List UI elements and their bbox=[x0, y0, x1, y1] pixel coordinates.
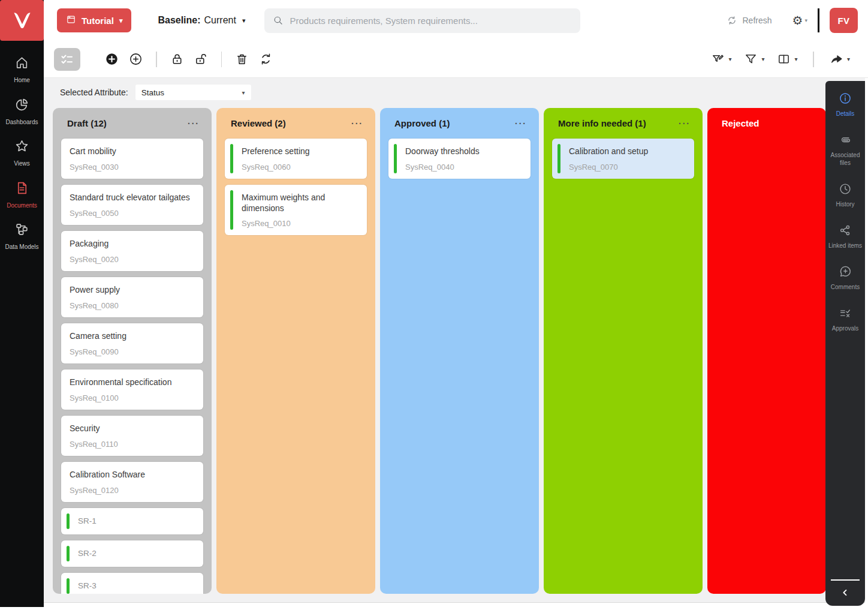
lock-icon bbox=[170, 52, 184, 66]
board-content: Selected Attribute: Status ▾ Draft (12) … bbox=[44, 78, 865, 603]
kanban-card[interactable]: Camera setting SysReq_0090 bbox=[61, 323, 203, 363]
user-avatar[interactable]: FV bbox=[830, 8, 858, 33]
status-bar bbox=[67, 513, 70, 529]
kanban-card[interactable]: Environmental specification SysReq_0100 bbox=[61, 369, 203, 410]
panel-tab-details[interactable]: Details bbox=[825, 92, 865, 118]
panel-tab-comments[interactable]: Comments bbox=[825, 265, 865, 291]
document-toolbar: ▾▾▾▾ bbox=[44, 41, 868, 78]
panel-tab-history[interactable]: History bbox=[825, 182, 865, 208]
columns-button[interactable]: ▾ bbox=[777, 52, 797, 66]
card-id: SysReq_0040 bbox=[405, 163, 522, 172]
approvals-icon bbox=[839, 306, 852, 320]
column-cards bbox=[707, 131, 826, 594]
app-window: Home Dashboards Views Documents Data Mod… bbox=[0, 0, 868, 610]
kanban-card[interactable]: Standard truck elevator tailgates SysReq… bbox=[61, 185, 203, 225]
panel-tab-associated-files[interactable]: Associated files bbox=[825, 133, 865, 167]
caret-down-icon: ▾ bbox=[804, 17, 807, 23]
column-menu-icon[interactable]: ··· bbox=[188, 119, 200, 128]
status-bar bbox=[230, 190, 233, 230]
kanban-column: Approved (1) ··· Doorway thresholds SysR… bbox=[380, 108, 539, 594]
delete-button[interactable] bbox=[235, 52, 249, 66]
refresh-label: Refresh bbox=[743, 16, 772, 25]
kanban-card[interactable]: Cart mobility SysReq_0030 bbox=[61, 139, 203, 179]
sidebar-item-label: Home bbox=[14, 77, 30, 84]
baseline-selector[interactable]: Baseline: Current ▾ bbox=[158, 15, 245, 26]
column-header: Approved (1) ··· bbox=[380, 108, 539, 131]
toolbar-divider bbox=[813, 52, 814, 67]
collapse-panel-button[interactable] bbox=[825, 579, 865, 606]
column-menu-icon[interactable]: ··· bbox=[515, 119, 527, 128]
sidebar-item-documents[interactable]: Documents bbox=[0, 181, 44, 209]
attribute-selector-row: Selected Attribute: Status ▾ bbox=[60, 85, 865, 100]
caret-down-icon: ▾ bbox=[847, 56, 850, 62]
kanban-card[interactable]: Power supply SysReq_0080 bbox=[61, 277, 203, 317]
sidebar-item-label: Data Models bbox=[5, 244, 38, 251]
sidebar-item-views[interactable]: Views bbox=[0, 139, 44, 167]
global-search[interactable] bbox=[264, 8, 580, 33]
refresh-button[interactable]: Refresh bbox=[727, 15, 772, 26]
column-title: More info needed (1) bbox=[558, 118, 646, 128]
kanban-card[interactable]: Calibration Software SysReq_0120 bbox=[61, 462, 203, 502]
panel-tab-label: Associated files bbox=[825, 151, 865, 167]
card-title: Environmental specification bbox=[70, 377, 195, 388]
sidebar-item-dashboards[interactable]: Dashboards bbox=[0, 97, 44, 126]
selected-attribute-value: Status bbox=[141, 88, 164, 97]
panel-tab-label: Details bbox=[836, 110, 855, 118]
filter-edit-button[interactable]: ▾ bbox=[711, 52, 731, 66]
column-header: Rejected ··· bbox=[707, 108, 826, 131]
column-cards: Doorway thresholds SysReq_0040 bbox=[380, 131, 539, 594]
restore-button[interactable] bbox=[259, 52, 273, 66]
kanban-card[interactable]: SR-1 bbox=[61, 508, 203, 534]
app-logo[interactable] bbox=[0, 0, 44, 41]
add-outline-icon bbox=[129, 52, 143, 66]
column-menu-icon[interactable]: ··· bbox=[679, 119, 691, 128]
card-title: SR-1 bbox=[78, 516, 195, 527]
kanban-card[interactable]: Preference setting SysReq_0060 bbox=[225, 139, 367, 179]
caret-down-icon: ▾ bbox=[242, 89, 245, 96]
card-title: Calibration and setup bbox=[569, 146, 686, 157]
caret-down-icon: ▾ bbox=[728, 56, 731, 62]
add-filled-button[interactable] bbox=[105, 52, 119, 66]
panel-tab-approvals[interactable]: Approvals bbox=[825, 306, 865, 332]
unlock-button[interactable] bbox=[194, 52, 208, 66]
sidebar-item-home[interactable]: Home bbox=[0, 55, 44, 84]
kanban-card[interactable]: SR-3 bbox=[61, 573, 203, 594]
project-name: Tutorial bbox=[82, 16, 114, 26]
status-bar bbox=[557, 144, 560, 173]
settings-button[interactable]: ⚙ ▾ bbox=[792, 14, 807, 26]
kanban-card[interactable]: SR-2 bbox=[61, 540, 203, 567]
top-header: Tutorial ▾ Baseline: Current ▾ Refresh ⚙… bbox=[44, 0, 868, 41]
chevron-left-icon bbox=[840, 587, 851, 598]
filter-button[interactable]: ▾ bbox=[744, 52, 764, 66]
kanban-card[interactable]: Security SysReq_0110 bbox=[61, 416, 203, 456]
column-menu-icon[interactable]: ··· bbox=[351, 119, 363, 128]
column-title: Approved (1) bbox=[394, 118, 450, 128]
kanban-column: More info needed (1) ··· Calibration and… bbox=[544, 108, 703, 594]
search-input[interactable] bbox=[290, 16, 572, 26]
selected-attribute-dropdown[interactable]: Status ▾ bbox=[135, 85, 251, 100]
panel-tab-linked-items[interactable]: Linked items bbox=[825, 224, 865, 250]
toolbar-divider bbox=[156, 52, 157, 67]
column-cards: Cart mobility SysReq_0030 Standard truck… bbox=[53, 131, 212, 594]
project-selector-button[interactable]: Tutorial ▾ bbox=[57, 8, 131, 32]
kanban-card[interactable]: Maximum weights and dimensions SysReq_00… bbox=[225, 185, 367, 235]
toolbar-left-group bbox=[105, 52, 273, 67]
filter-icon bbox=[744, 52, 758, 66]
column-title: Reviewed (2) bbox=[231, 118, 286, 128]
comments-icon bbox=[839, 265, 852, 278]
multi-select-button[interactable] bbox=[54, 48, 80, 71]
panel-tab-label: Approvals bbox=[832, 324, 858, 332]
card-id: SysReq_0120 bbox=[70, 486, 195, 495]
kanban-card[interactable]: Packaging SysReq_0020 bbox=[61, 231, 203, 271]
sidebar-item-label: Views bbox=[14, 160, 30, 167]
share-button[interactable]: ▾ bbox=[830, 52, 850, 66]
sidebar-item-data-models[interactable]: Data Models bbox=[0, 222, 44, 251]
status-bar bbox=[394, 144, 397, 173]
card-id: SysReq_0010 bbox=[242, 219, 358, 228]
lock-button[interactable] bbox=[170, 52, 184, 66]
kanban-card[interactable]: Doorway thresholds SysReq_0040 bbox=[388, 139, 531, 179]
kanban-card[interactable]: Calibration and setup SysReq_0070 bbox=[552, 139, 694, 179]
card-title: Power supply bbox=[70, 285, 195, 296]
add-outline-button[interactable] bbox=[129, 52, 143, 66]
card-title: Calibration Software bbox=[70, 470, 195, 480]
